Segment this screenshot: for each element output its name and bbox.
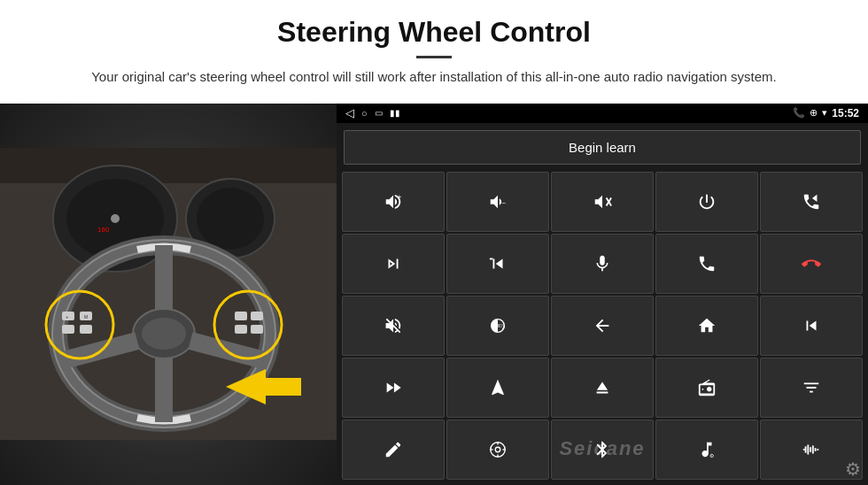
mute-button[interactable] <box>551 172 654 232</box>
steering-wheel-bg: 160 <box>0 104 337 486</box>
svg-point-12 <box>142 318 186 350</box>
phone-call-button[interactable] <box>655 234 758 294</box>
phone-prev-button[interactable] <box>760 172 863 232</box>
svg-point-37 <box>702 389 704 390</box>
page-container: Steering Wheel Control Your original car… <box>0 0 868 485</box>
horn-button[interactable] <box>342 296 445 356</box>
mic-button[interactable] <box>551 234 654 294</box>
svg-text:+: + <box>398 194 402 202</box>
svg-point-7 <box>197 188 264 250</box>
svg-rect-25 <box>235 312 247 320</box>
location-status-icon: ⊕ <box>810 107 818 119</box>
content-row: 160 <box>0 104 868 486</box>
svg-rect-21 <box>80 325 92 334</box>
steering-wheel-section: 160 <box>0 104 337 486</box>
vol-down-button[interactable]: − <box>446 172 549 232</box>
status-bar: ◁ ○ ▭ ▮▮ 📞 ⊕ ▾ 15:52 <box>337 104 868 123</box>
phone-status-icon: 📞 <box>793 107 805 119</box>
title-divider <box>416 56 452 58</box>
svg-text:160: 160 <box>97 226 110 234</box>
android-ui-wrapper: ◁ ○ ▭ ▮▮ 📞 ⊕ ▾ 15:52 <box>337 104 868 486</box>
subtitle: Your original car's steering wheel contr… <box>89 67 779 88</box>
radio-button[interactable] <box>655 358 758 418</box>
pen-button[interactable] <box>342 420 445 480</box>
controls-grid: + − <box>337 172 868 486</box>
camera-360-button[interactable]: 360° <box>446 296 549 356</box>
recents-nav-icon[interactable]: ▭ <box>375 108 383 118</box>
prev-skip-button[interactable] <box>446 234 549 294</box>
svg-text:−: − <box>502 198 507 206</box>
svg-rect-26 <box>251 312 263 320</box>
page-title: Steering Wheel Control <box>53 16 815 49</box>
time-display: 15:52 <box>832 107 859 119</box>
svg-rect-28 <box>251 325 263 334</box>
music-button[interactable]: ⚙ <box>655 420 758 480</box>
navigation-button[interactable] <box>446 358 549 418</box>
steering-wheel-svg: 160 <box>0 148 337 440</box>
settings-2-button[interactable] <box>446 420 549 480</box>
settings-gear-icon[interactable]: ⚙ <box>845 458 861 480</box>
svg-rect-20 <box>62 325 74 334</box>
signal-icon: ▮▮ <box>390 108 400 118</box>
back-nav-ctrl-button[interactable] <box>551 296 654 356</box>
vol-up-button[interactable]: + <box>342 172 445 232</box>
header-section: Steering Wheel Control Your original car… <box>0 0 868 96</box>
begin-learn-button[interactable]: Begin learn <box>344 130 861 165</box>
status-right: 📞 ⊕ ▾ 15:52 <box>793 107 859 119</box>
next-track-button[interactable] <box>342 234 445 294</box>
power-button[interactable] <box>655 172 758 232</box>
bluetooth-button[interactable] <box>551 420 654 480</box>
android-ui: ◁ ○ ▭ ▮▮ 📞 ⊕ ▾ 15:52 <box>337 104 868 486</box>
status-left: ◁ ○ ▭ ▮▮ <box>345 106 400 119</box>
wifi-status-icon: ▾ <box>822 107 827 119</box>
hang-up-button[interactable] <box>760 234 863 294</box>
svg-text:360°: 360° <box>495 324 504 328</box>
svg-text:⚙: ⚙ <box>709 452 714 458</box>
svg-point-4 <box>111 214 120 223</box>
svg-point-39 <box>495 447 500 452</box>
home-nav-ctrl-button[interactable] <box>655 296 758 356</box>
svg-rect-27 <box>235 325 247 334</box>
back-nav-icon[interactable]: ◁ <box>345 106 354 119</box>
eject-button[interactable] <box>551 358 654 418</box>
fast-forward-button[interactable] <box>342 358 445 418</box>
svg-rect-1 <box>0 148 337 183</box>
home-nav-icon[interactable]: ○ <box>361 108 368 119</box>
svg-text:+: + <box>66 314 69 319</box>
rewind-button[interactable] <box>760 296 863 356</box>
svg-text:M: M <box>84 314 88 319</box>
equalizer-button[interactable] <box>760 358 863 418</box>
